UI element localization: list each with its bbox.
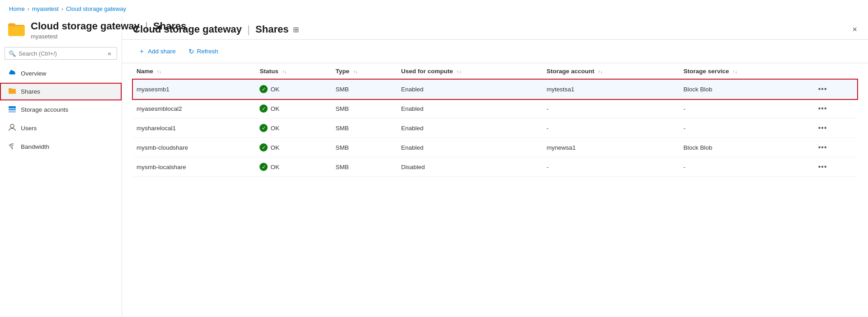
sort-compute-icon: ↑↓ [457, 69, 462, 74]
table-row[interactable]: mysmb-cloudshare✓OKSMBEnabledmynewsa1Blo… [133, 138, 857, 157]
cell-more-actions: ••• [812, 138, 857, 157]
breadcrumb-home[interactable]: Home [9, 5, 25, 12]
add-share-label: Add share [148, 48, 176, 55]
check-circle-icon: ✓ [259, 104, 268, 113]
sidebar-header: Cloud storage gateway | Shares myasetest [0, 20, 122, 47]
title-pipe: | [247, 23, 250, 36]
check-circle-icon: ✓ [259, 124, 268, 132]
content-resource-name: Cloud storage gateway [133, 24, 242, 35]
cell-storage-account: - [543, 157, 680, 177]
sidebar-item-users-label: Users [21, 125, 37, 132]
breadcrumb-current[interactable]: Cloud storage gateway [66, 5, 126, 12]
table-row[interactable]: myasesmb1✓OKSMBEnabledmytestsa1Block Blo… [133, 80, 857, 99]
more-actions-button[interactable]: ••• [816, 104, 830, 114]
search-box[interactable]: 🔍 « [5, 47, 117, 60]
more-actions-button[interactable]: ••• [816, 142, 830, 152]
cell-status: ✓OK [256, 138, 332, 157]
wifi-icon [8, 142, 16, 151]
status-text: OK [270, 105, 279, 112]
cell-type: SMB [332, 118, 397, 138]
cell-status: ✓OK [256, 80, 332, 99]
refresh-icon: ↻ [189, 47, 194, 56]
cell-status: ✓OK [256, 99, 332, 118]
status-text: OK [270, 86, 279, 93]
content-title: Cloud storage gateway | Shares [133, 23, 288, 36]
cell-more-actions: ••• [812, 157, 857, 177]
cell-name: myasesmblocal2 [133, 99, 256, 118]
cell-name: mysharelocal1 [133, 118, 256, 138]
col-type[interactable]: Type ↑↓ [332, 63, 397, 80]
col-status[interactable]: Status ↑↓ [256, 63, 332, 80]
sidebar-item-users[interactable]: Users [0, 119, 122, 137]
table-row[interactable]: mysharelocal1✓OKSMBEnabled--••• [133, 118, 857, 138]
sort-name-icon: ↑↓ [157, 69, 162, 74]
cell-type: SMB [332, 99, 397, 118]
table-row[interactable]: myasesmblocal2✓OKSMBEnabled--••• [133, 99, 857, 118]
breadcrumb-sep1: › [28, 6, 29, 12]
add-icon: ＋ [138, 47, 145, 56]
shares-table: Name ↑↓ Status ↑↓ Type ↑↓ Used for com [133, 63, 857, 177]
svg-rect-2 [9, 111, 16, 113]
add-share-button[interactable]: ＋ Add share [133, 44, 181, 58]
sidebar-item-shares-label: Shares [21, 88, 40, 95]
svg-point-4 [12, 148, 13, 149]
more-actions-button[interactable]: ••• [816, 84, 830, 94]
content-area: Cloud storage gateway | Shares ⊞ × ＋ Add… [122, 16, 868, 317]
close-button[interactable]: × [852, 25, 857, 33]
cell-status: ✓OK [256, 157, 332, 177]
cell-storage-service: Block Blob [680, 80, 812, 99]
cell-status: ✓OK [256, 118, 332, 138]
cell-storage-service: - [680, 118, 812, 138]
sidebar-item-overview[interactable]: Overview [0, 64, 122, 83]
content-header: Cloud storage gateway | Shares ⊞ × [122, 16, 868, 40]
folder-icon [7, 21, 25, 38]
table-header-row: Name ↑↓ Status ↑↓ Type ↑↓ Used for com [133, 63, 857, 80]
refresh-label: Refresh [197, 48, 218, 55]
shares-table-container: Name ↑↓ Status ↑↓ Type ↑↓ Used for com [122, 63, 868, 317]
sidebar-item-storage-label: Storage accounts [21, 106, 68, 113]
sort-storage-service-icon: ↑↓ [732, 69, 737, 74]
cell-storage-account: - [543, 118, 680, 138]
cell-type: SMB [332, 157, 397, 177]
cell-storage-account: - [543, 99, 680, 118]
table-row[interactable]: mysmb-localshare✓OKSMBDisabled--••• [133, 157, 857, 177]
status-text: OK [270, 164, 279, 170]
storage-icon [8, 105, 16, 114]
toolbar: ＋ Add share ↻ Refresh [122, 40, 868, 63]
pin-icon[interactable]: ⊞ [293, 25, 299, 34]
sidebar-item-storage-accounts[interactable]: Storage accounts [0, 100, 122, 119]
svg-point-3 [10, 124, 14, 128]
cell-used-for-compute: Enabled [397, 99, 543, 118]
cell-more-actions: ••• [812, 99, 857, 118]
cell-more-actions: ••• [812, 118, 857, 138]
cell-used-for-compute: Enabled [397, 118, 543, 138]
refresh-button[interactable]: ↻ Refresh [183, 45, 224, 58]
collapse-sidebar-button[interactable]: « [106, 50, 113, 57]
sidebar-item-shares[interactable]: Shares [0, 83, 122, 100]
sidebar-nav: Overview Shares [0, 64, 122, 156]
check-circle-icon: ✓ [259, 163, 268, 171]
svg-rect-0 [9, 106, 16, 108]
col-name[interactable]: Name ↑↓ [133, 63, 256, 80]
breadcrumb-resource[interactable]: myasetest [32, 5, 59, 12]
breadcrumb-sep2: › [61, 6, 63, 12]
cell-name: mysmb-localshare [133, 157, 256, 177]
breadcrumb: Home › myasetest › Cloud storage gateway [0, 0, 868, 16]
search-input[interactable] [19, 50, 103, 57]
sort-status-icon: ↑↓ [282, 69, 287, 74]
sidebar-item-bandwidth[interactable]: Bandwidth [0, 137, 122, 156]
sidebar-item-overview-label: Overview [21, 70, 46, 77]
svg-rect-1 [9, 109, 16, 110]
cell-used-for-compute: Enabled [397, 138, 543, 157]
sort-storage-account-icon: ↑↓ [598, 69, 603, 74]
cell-storage-service: - [680, 99, 812, 118]
more-actions-button[interactable]: ••• [816, 162, 830, 172]
col-used-for-compute[interactable]: Used for compute ↑↓ [397, 63, 543, 80]
check-circle-icon: ✓ [259, 85, 268, 93]
cell-used-for-compute: Enabled [397, 80, 543, 99]
col-storage-service[interactable]: Storage service ↑↓ [680, 63, 812, 80]
more-actions-button[interactable]: ••• [816, 123, 830, 133]
col-storage-account[interactable]: Storage account ↑↓ [543, 63, 680, 80]
cloud-icon [8, 69, 16, 78]
status-text: OK [270, 125, 279, 132]
